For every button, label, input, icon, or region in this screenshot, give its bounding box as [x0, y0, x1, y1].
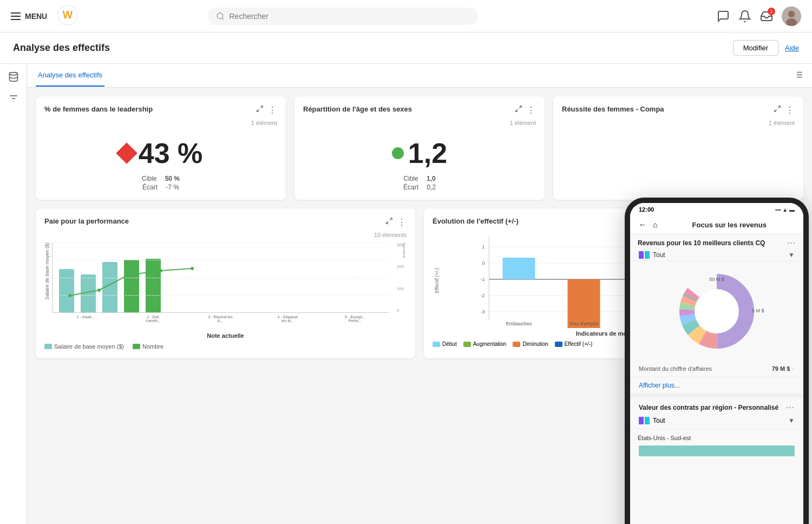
phone-more-icon[interactable]: ··· — [787, 238, 796, 248]
widget-actions-4: ⋮ 10 éléments — [374, 217, 407, 238]
search-input[interactable] — [229, 12, 469, 21]
card2-dropdown-arrow[interactable]: ▼ — [788, 417, 795, 424]
widget-title-4: Paie pour la performance — [44, 217, 129, 225]
legend-color-debut — [433, 342, 440, 347]
cible-label-2: Cible — [403, 175, 418, 182]
widget-femmes-leadership: % de femmes dans le leadership ⋮ 1 — [36, 96, 286, 200]
phone-nav-bar: ← ⌂ Focus sur les revenus — [630, 216, 803, 234]
afficher-plus-container: Afficher plus... — [630, 377, 803, 393]
svg-line-17 — [260, 106, 263, 108]
x-labels-4: 1 - Insati... 2 - Doit s'améli... 3 - Ré… — [52, 315, 389, 323]
legend-4: Salaire de base moyen ($) Nombre — [44, 343, 407, 350]
more-icon-4[interactable]: ⋮ — [397, 217, 407, 227]
chat-icon[interactable] — [717, 10, 730, 23]
ecart-value-2: 0,2 — [427, 184, 436, 191]
inbox-icon[interactable]: 1 — [760, 10, 773, 23]
phone-card2-header: Valeur des contrats par région - Personn… — [630, 397, 803, 415]
sidebar-icon-filter[interactable] — [7, 92, 20, 105]
tab-analyse[interactable]: Analyse des effectifs — [36, 64, 104, 87]
modifier-button[interactable]: Modifier — [733, 40, 778, 56]
kpi-value-1: 43 % — [44, 137, 277, 169]
more-icon-3[interactable]: ⋮ — [785, 105, 795, 115]
user-avatar[interactable] — [782, 6, 801, 26]
more-icon-1[interactable]: ⋮ — [268, 105, 277, 115]
svg-line-21 — [778, 106, 780, 108]
bar-1 — [59, 269, 74, 312]
svg-line-22 — [775, 109, 777, 112]
phone-card2-more[interactable]: ··· — [786, 403, 795, 412]
section-divider — [630, 393, 803, 397]
widget-title-1: % de femmes dans le leadership — [44, 105, 153, 113]
bottom-row: Paie pour la performance ⋮ 10 éléme — [27, 208, 812, 367]
legend-debut-label: Début — [442, 341, 457, 347]
ecart-label-2: Écart — [403, 184, 418, 191]
expand-icon-4[interactable] — [385, 217, 393, 227]
kpi-meta-2: Cible 1,0 Écart 0,2 — [303, 175, 536, 191]
phone-mockup: 12:00 ▪▪▪ ▲ ▬ ← ⌂ Focus sur les revenus … — [625, 198, 809, 524]
svg-line-3 — [222, 18, 224, 19]
legend-color-augmentation — [463, 342, 471, 347]
donut-container: 50 M $ 5 M $ — [630, 261, 803, 361]
kpi-value-2: 1,2 — [303, 137, 536, 169]
phone-time: 12:00 — [639, 206, 654, 213]
more-icon-2[interactable]: ⋮ — [527, 105, 536, 115]
widget-actions-1: ⋮ 1 élément — [251, 105, 277, 126]
expand-icon-1[interactable] — [256, 105, 264, 115]
legend-salary-label: Salaire de base moyen ($) — [54, 343, 124, 350]
svg-rect-44 — [503, 258, 535, 279]
dropdown-arrow[interactable]: ▼ — [788, 251, 795, 259]
legend-augmentation-label: Augmentation — [473, 341, 507, 347]
phone-region-container: États-Unis - Sud-est — [630, 429, 803, 443]
sidebar-icon-db[interactable] — [7, 70, 20, 83]
widget-title-2: Répartition de l'âge et des sexes — [303, 105, 412, 113]
element-count-1: 1 élément — [251, 120, 277, 126]
phone-home-icon[interactable]: ⌂ — [653, 220, 657, 229]
menu-button[interactable]: MENU — [11, 12, 47, 21]
svg-point-5 — [788, 11, 795, 17]
cible-value-2: 1,0 — [427, 175, 436, 182]
kpi-number-2: 1,2 — [408, 137, 447, 169]
phone-nav-title: Focus sur les revenus — [664, 221, 795, 229]
afficher-plus-link[interactable]: Afficher plus... — [639, 382, 680, 389]
svg-point-62 — [695, 290, 738, 333]
legend-diminution-label: Diminution — [522, 341, 548, 347]
legend-effectif: Effectif (+/-) — [555, 341, 593, 347]
phone-amount-label: Montant du chiffre d'affaires — [639, 365, 712, 372]
legend-color-salary — [44, 344, 52, 349]
kpi-indicator-green — [392, 147, 404, 159]
legend-count: Nombre — [133, 343, 163, 350]
sidebar — [0, 64, 27, 524]
svg-text:-3: -3 — [480, 309, 484, 315]
expand-icon-3[interactable] — [774, 105, 781, 115]
logo[interactable]: W — [58, 5, 77, 27]
svg-line-18 — [257, 109, 259, 112]
svg-text:Fins d'emploi: Fins d'emploi — [569, 321, 598, 326]
tab-bar: Analyse des effectifs — [27, 64, 812, 88]
cible-value-1: 50 % — [165, 175, 180, 182]
bar-5 — [146, 259, 161, 312]
phone-card2-filter-row[interactable]: Tout ▼ — [630, 415, 803, 429]
element-count-2: 1 élément — [510, 120, 536, 126]
widget-actions-2: ⋮ 1 élément — [510, 105, 536, 126]
phone-filter-label: Tout — [639, 251, 665, 259]
aide-button[interactable]: Aide — [785, 40, 799, 56]
bar-2 — [81, 274, 96, 312]
hamburger-icon — [11, 12, 21, 20]
widget-title-3: Réussite des femmes - Compa — [562, 105, 664, 113]
svg-line-24 — [387, 221, 389, 224]
tab-menu-icon[interactable] — [794, 70, 803, 82]
donut-chart: 50 M $ 5 M $ — [657, 268, 776, 355]
search-bar[interactable] — [207, 8, 478, 25]
phone-back-icon[interactable]: ← — [639, 220, 646, 229]
donut-label-5m: 5 M $ — [752, 308, 764, 313]
header-actions: Modifier Aide — [733, 40, 799, 56]
notification-icon[interactable] — [738, 10, 751, 23]
page-title: Analyse des effectifs — [13, 42, 110, 54]
phone-section-title: Revenus pour les 10 meilleurs clients CQ — [638, 239, 765, 247]
phone-filter-row[interactable]: Tout ▼ — [630, 249, 803, 261]
widget-reussite: Réussite des femmes - Compa ⋮ 1 élé — [553, 96, 803, 200]
x-axis-title-4: Note actuelle — [44, 332, 407, 339]
bar-chart-4 — [52, 243, 389, 313]
svg-line-23 — [390, 218, 392, 220]
expand-icon-2[interactable] — [515, 105, 522, 115]
